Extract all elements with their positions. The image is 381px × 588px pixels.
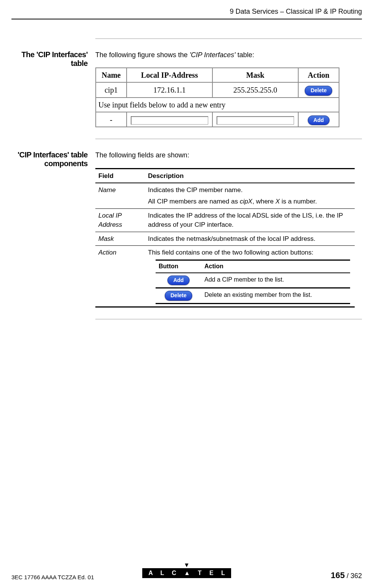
add-name: - [96,112,127,127]
col-name: Name [96,68,127,82]
col-mask: Mask [212,68,298,82]
intro-text: The following figure shows the 'CIP Inte… [95,50,362,60]
table-row: cip1 172.16.1.1 255.255.255.0 Delete [96,82,339,98]
fd-header-desc: Description [145,168,355,183]
field-desc: This field contains one of the two follo… [145,246,355,307]
desc-line: All CIP members are named as cipX, where… [148,197,352,206]
ba-button-cell: Delete [156,288,201,304]
helper-text: Use input fields below to add a new entr… [96,98,339,112]
cell-mask: 255.255.255.0 [212,82,298,98]
intro-post: table: [235,51,254,59]
fd-header-field: Field [95,168,145,183]
table-row: Action This field contains one of the tw… [95,246,355,307]
intro-pre: The following figure shows the [95,51,190,59]
page-number: 165 [331,570,345,580]
cip-interfaces-table: Name Local IP-Address Mask Action cip1 1… [95,67,339,127]
page-indicator: 165 / 362 [331,570,362,580]
delete-button[interactable]: Delete [305,86,332,96]
ba-header-action: Action [201,260,350,273]
section-divider [95,139,362,139]
alcatel-logo: A L C ▲ T E L [142,568,231,578]
table-row: Mask Indicates the netmask/subnetmask of… [95,232,355,246]
table-row: Delete Delete an existing member from th… [156,288,350,304]
add-action: Add [298,112,339,127]
cell-action: Delete [298,82,339,98]
field-name: Local IP Address [95,208,145,232]
section-components: 'CIP Interfaces' table components The fo… [11,151,362,307]
mask-input[interactable] [217,116,294,125]
ba-desc: Delete an existing member from the list. [201,288,350,304]
header-rule [11,19,362,19]
section-label: The 'CIP Interfaces' table [11,50,95,68]
section-body: The following fields are shown: Field De… [95,151,362,307]
page-footer: ▼ A L C ▲ T E L 3EC 17766 AAAA TCZZA Ed.… [11,562,362,580]
field-desc: Indicates the IP address of the local AD… [145,208,355,232]
page-total: / 362 [345,572,362,580]
doc-reference: 3EC 17766 AAAA TCZZA Ed. 01 [11,574,94,580]
intro-text: The following fields are shown: [95,151,362,160]
field-name: Name [95,183,145,208]
triangle-down-icon: ▼ [11,562,362,568]
add-mask-cell [212,112,298,127]
desc-line: Indicates the CIP member name. [148,186,352,195]
add-row: - Add [96,112,339,127]
intro-em: 'CIP Interfaces' [190,51,235,59]
cell-ip: 172.16.1.1 [127,82,212,98]
ba-header-button: Button [156,260,201,273]
field-desc: Indicates the netmask/subnetmask of the … [145,232,355,246]
add-ip-cell [127,112,212,127]
section-divider [95,38,362,39]
field-name: Action [95,246,145,307]
field-desc: Indicates the CIP member name. All CIP m… [145,183,355,208]
add-button[interactable]: Add [167,276,189,285]
section-body: The following figure shows the 'CIP Inte… [95,50,362,127]
section-divider [95,319,362,319]
desc-line: This field contains one of the two follo… [148,248,352,257]
section-label: 'CIP Interfaces' table components [11,151,95,168]
table-row: Local IP Address Indicates the IP addres… [95,208,355,232]
ba-button-cell: Add [156,273,201,288]
field-description-table: Field Description Name Indicates the CIP… [95,168,355,308]
cell-name: cip1 [96,82,127,98]
helper-row: Use input fields below to add a new entr… [96,98,339,112]
section-cip-table: The 'CIP Interfaces' table The following… [11,50,362,127]
col-action: Action [298,68,339,82]
triangle-up-icon: ▲ [184,570,193,576]
chapter-header: 9 Data Services – Classical IP & IP Rout… [11,8,362,16]
table-row: Name Indicates the CIP member name. All … [95,183,355,208]
add-button[interactable]: Add [308,115,330,125]
field-name: Mask [95,232,145,246]
ip-input[interactable] [131,116,208,125]
ba-desc: Add a CIP member to the list. [201,273,350,288]
col-ip: Local IP-Address [127,68,212,82]
delete-button[interactable]: Delete [165,291,192,301]
table-row: Add Add a CIP member to the list. [156,273,350,288]
button-action-table: Button Action Add Add a CIP member to th… [156,260,350,304]
